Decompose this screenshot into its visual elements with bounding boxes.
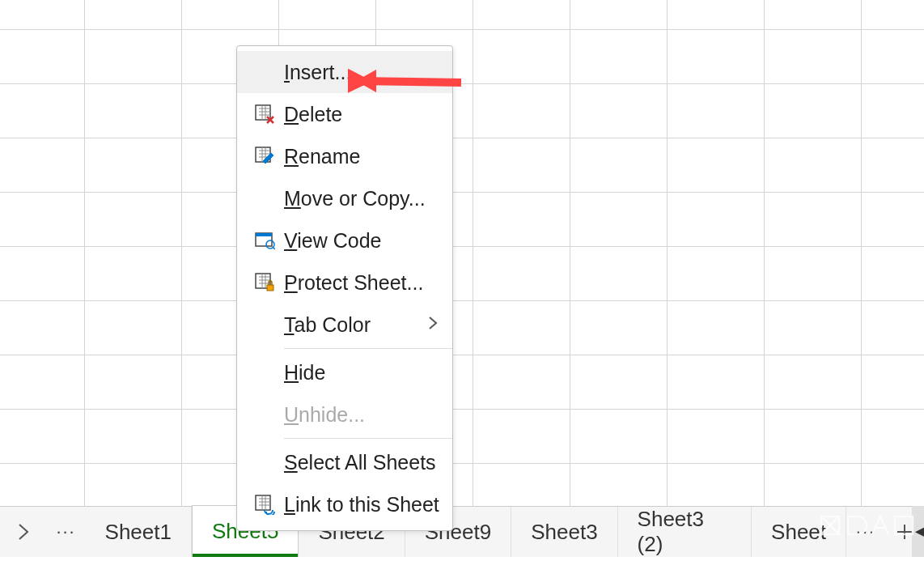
sheet-tab-sheet3[interactable]: Sheet3 xyxy=(511,507,617,557)
menu-item-protect-sheet[interactable]: Protect Sheet... xyxy=(237,261,452,304)
menu-label: Move or Copy... xyxy=(284,187,444,210)
menu-label: Link to this Sheet xyxy=(284,493,444,516)
menu-item-unhide: Unhide... xyxy=(237,393,452,436)
svg-rect-10 xyxy=(895,516,913,534)
menu-item-link-sheet[interactable]: Link to this Sheet xyxy=(237,483,452,525)
menu-item-move-copy[interactable]: Move or Copy... xyxy=(237,177,452,219)
menu-label: View Code xyxy=(284,229,444,253)
menu-label: Rename xyxy=(284,145,444,168)
submenu-arrow-icon xyxy=(428,316,444,334)
menu-item-select-all[interactable]: Select All Sheets xyxy=(237,441,452,483)
menu-item-insert[interactable]: Insert... xyxy=(237,51,452,93)
spreadsheet-grid[interactable] xyxy=(0,0,924,506)
menu-label: Select All Sheets xyxy=(284,451,444,474)
menu-item-rename[interactable]: Rename xyxy=(237,135,452,177)
menu-item-view-code[interactable]: View Code xyxy=(237,219,452,261)
menu-label: Tab Color xyxy=(284,313,428,337)
svg-rect-3 xyxy=(256,233,272,236)
svg-rect-6 xyxy=(267,285,273,291)
rename-icon xyxy=(245,146,284,167)
sheet-tab-sheet1[interactable]: Sheet1 xyxy=(86,507,192,557)
menu-label: Hide xyxy=(284,361,444,385)
menu-item-delete[interactable]: Delete xyxy=(237,93,452,135)
link-icon xyxy=(245,494,284,515)
menu-item-hide[interactable]: Hide xyxy=(237,351,452,393)
menu-separator xyxy=(284,348,452,349)
menu-label: Protect Sheet... xyxy=(284,271,444,295)
sheet-tab-sheet3-2[interactable]: Sheet3 (2) xyxy=(618,507,752,557)
sheet-tab-bar: ··· Sheet1 Sheet5 Sheet2 Sheet9 Sheet3 S… xyxy=(0,506,924,557)
xda-watermark-icon xyxy=(817,512,922,541)
menu-item-tab-color[interactable]: Tab Color xyxy=(237,304,452,346)
delete-icon xyxy=(245,104,284,125)
menu-label: Unhide... xyxy=(284,403,444,427)
menu-separator xyxy=(284,438,452,439)
chevron-right-icon xyxy=(18,523,29,541)
protect-icon xyxy=(245,272,284,293)
more-tabs-left-button[interactable]: ··· xyxy=(47,507,86,557)
svg-rect-7 xyxy=(256,495,270,510)
menu-label: Insert... xyxy=(284,61,444,84)
view-code-icon xyxy=(245,230,284,251)
scroll-right-button[interactable] xyxy=(0,507,47,557)
menu-label: Delete xyxy=(284,103,444,126)
sheet-context-menu: Insert... Delete Rename Move or Copy... … xyxy=(236,45,453,531)
